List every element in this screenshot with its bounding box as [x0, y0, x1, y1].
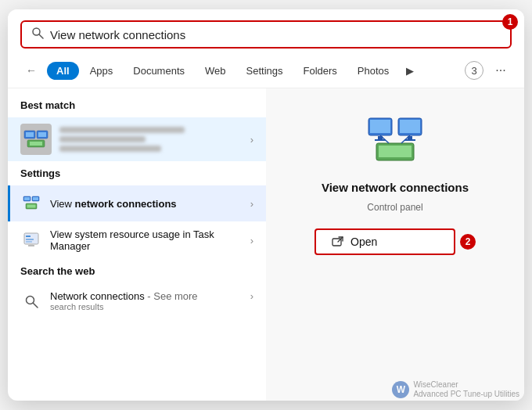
best-match-label: Best match	[8, 99, 266, 117]
settings-item-1-title: View network connections	[50, 198, 243, 210]
tab-apps[interactable]: Apps	[81, 62, 123, 80]
blur-line-2	[59, 136, 146, 142]
settings-item-1-text: View network connections	[50, 198, 243, 210]
back-button[interactable]: ←	[20, 59, 42, 81]
tab-photos[interactable]: Photos	[348, 62, 398, 80]
overflow-menu-button[interactable]: ···	[490, 59, 512, 81]
search-input[interactable]	[50, 28, 501, 41]
svg-rect-27	[400, 120, 420, 133]
svg-rect-18	[28, 245, 34, 246]
best-match-icon	[20, 124, 52, 155]
blur-line-3	[59, 146, 161, 152]
web-item-chevron: ›	[250, 290, 253, 302]
result-count: 3	[465, 61, 483, 80]
blur-line-1	[59, 127, 185, 133]
tab-all[interactable]: All	[47, 62, 79, 80]
wisecleaner-logo: W	[392, 381, 409, 398]
open-button-wrap: Open 2	[315, 228, 476, 255]
right-panel: View network connections Control panel O…	[266, 88, 524, 401]
settings-section-label: Settings	[8, 167, 266, 185]
web-title-main: Network connections	[50, 290, 145, 302]
watermark: W WiseCleaner Advanced PC Tune-up Utilit…	[392, 380, 519, 399]
web-search-item[interactable]: Network connections - See more search re…	[8, 283, 266, 319]
svg-line-1	[39, 34, 43, 38]
svg-rect-5	[38, 132, 46, 137]
svg-rect-7	[30, 142, 42, 146]
settings-item-2-chevron: ›	[250, 235, 253, 246]
app-icon-large	[367, 112, 423, 168]
web-see-more: - See more	[145, 290, 198, 302]
wisecleaner-name: WiseCleaner	[413, 380, 519, 390]
web-search-title: Network connections - See more	[50, 290, 243, 302]
svg-rect-3	[26, 132, 34, 137]
tab-documents[interactable]: Documents	[124, 62, 194, 80]
best-match-chevron: ›	[250, 134, 253, 146]
left-panel: Best match	[8, 88, 266, 401]
search-window: 1 ← All Apps Documents Web Settings Fold…	[8, 9, 524, 401]
search-input-wrap: 1	[20, 20, 512, 49]
web-section-label: Search the web	[8, 265, 266, 283]
blurred-content	[59, 127, 243, 152]
svg-rect-31	[379, 146, 412, 157]
settings-item-task-manager[interactable]: View system resource usage in Task Manag…	[8, 221, 266, 259]
svg-rect-15	[26, 236, 31, 237]
svg-rect-11	[33, 197, 38, 200]
badge-1: 1	[502, 14, 518, 30]
settings-item-2-text: View system resource usage in Task Manag…	[50, 228, 243, 252]
wisecleaner-tagline: Advanced PC Tune-up Utilities	[413, 390, 519, 399]
open-icon	[332, 236, 344, 248]
main-content: Best match	[8, 88, 524, 401]
best-match-item[interactable]: ›	[8, 117, 266, 161]
search-bar-area: 1	[8, 9, 524, 56]
web-search-icon	[20, 290, 42, 312]
badge-2: 2	[460, 234, 476, 250]
open-label: Open	[350, 236, 377, 248]
svg-rect-19	[30, 243, 33, 245]
tab-web[interactable]: Web	[196, 62, 235, 80]
settings-item-network[interactable]: View network connections ›	[8, 185, 266, 221]
svg-rect-17	[26, 241, 32, 243]
network-settings-icon	[20, 192, 42, 214]
tab-folders[interactable]: Folders	[294, 62, 347, 80]
settings-item-2-title: View system resource usage in Task Manag…	[50, 228, 243, 252]
filter-tabs: ← All Apps Documents Web Settings Folder…	[8, 56, 524, 88]
tab-settings[interactable]: Settings	[237, 62, 293, 80]
web-search-text: Network connections - See more search re…	[50, 290, 243, 311]
search-icon	[31, 27, 44, 42]
app-title: View network connections	[322, 181, 469, 194]
svg-line-35	[338, 237, 343, 242]
open-button[interactable]: Open	[315, 228, 455, 255]
svg-rect-9	[24, 197, 30, 200]
task-manager-icon	[20, 229, 42, 251]
web-search-subtitle: search results	[50, 302, 243, 311]
wisecleaner-text: WiseCleaner Advanced PC Tune-up Utilitie…	[413, 380, 519, 399]
more-tabs-button[interactable]: ▶	[400, 60, 420, 81]
app-subtitle: Control panel	[367, 202, 422, 213]
svg-line-21	[34, 304, 38, 308]
svg-rect-16	[26, 239, 34, 240]
settings-item-1-chevron: ›	[250, 198, 253, 210]
svg-rect-23	[370, 120, 390, 133]
svg-rect-13	[27, 205, 36, 208]
best-match-text	[59, 127, 243, 152]
